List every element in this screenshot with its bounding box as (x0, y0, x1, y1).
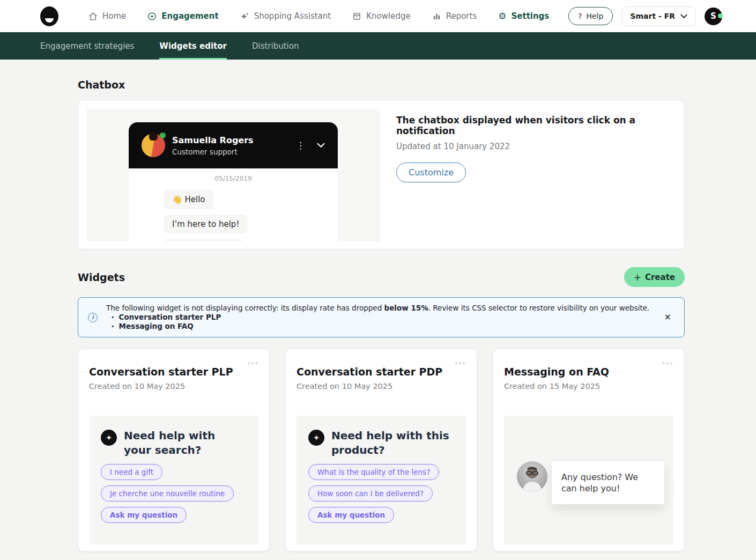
starter-heading-row: ✦ Need help with this product? (308, 429, 454, 458)
customize-button[interactable]: Customize (396, 163, 466, 182)
chat-message-bubble: I’m here to help! (164, 215, 248, 234)
secondary-navbar: Engagement strategies Widgets editor Dis… (0, 32, 756, 60)
kebab-menu-icon[interactable]: ⋮ (296, 141, 305, 150)
chat-widget: Samuella Rogers Customer support ⋮ 05/15… (129, 122, 338, 241)
sparkle-icon (240, 12, 249, 21)
plus-icon: + (634, 272, 641, 283)
project-selector-value: Smart - FR (630, 12, 675, 20)
starter-question: Need help with this product? (331, 429, 452, 458)
alert-list-item: • Messaging on FAQ (106, 322, 653, 331)
quick-reply-button[interactable]: Ask my question (101, 507, 187, 523)
nav-item-reports[interactable]: Reports (432, 11, 477, 21)
collapse-chevron-icon[interactable] (317, 143, 325, 148)
chat-date: 05/15/2019 (129, 175, 338, 182)
home-icon (88, 12, 98, 21)
sparkle-badge-icon: ✦ (101, 430, 117, 446)
quick-reply-button[interactable]: Je cherche une nouvelle routine (101, 485, 234, 502)
quick-reply-button[interactable]: I need a gift (101, 464, 162, 480)
widget-preview: ✦ Need help with your search? I need a g… (89, 416, 258, 544)
widget-card-conversation-starter-plp: Conversation starter PLP Created on 10 M… (78, 349, 270, 551)
nav-item-knowledge[interactable]: Knowledge (352, 11, 410, 21)
tab-distribution[interactable]: Distribution (252, 32, 299, 60)
quick-reply-button[interactable]: Ask my question (308, 507, 394, 523)
nav-item-label: Settings (511, 11, 549, 21)
quick-reply-button[interactable]: How soon can I be delivered? (308, 485, 433, 502)
card-kebab-icon[interactable] (663, 362, 672, 364)
widgets-section-title: Widgets (78, 271, 125, 283)
card-kebab-icon[interactable] (248, 362, 257, 364)
engagement-icon (147, 12, 157, 21)
nav-item-shopping-assistant[interactable]: Shopping Assistant (240, 11, 331, 21)
user-avatar[interactable]: S (705, 8, 722, 25)
agent-photo-avatar (517, 461, 547, 492)
widgets-header: Widgets + Create (78, 267, 685, 287)
knowledge-icon (352, 12, 361, 21)
brand-logo[interactable] (40, 6, 58, 26)
quick-reply-list: What is the quality of the lens? How soo… (308, 464, 454, 523)
top-navbar: Home Engagement Shopping Assistant Knowl… (0, 0, 756, 32)
widget-card-created-date: Created on 15 May 2025 (504, 382, 673, 390)
widget-card-conversation-starter-pdp: Conversation starter PDP Created on 10 M… (285, 349, 477, 551)
agent-name: Samuella Rogers (172, 135, 254, 145)
bullet-icon: • (111, 322, 115, 331)
chat-header-actions: ⋮ (296, 141, 325, 150)
top-nav-right: ? Help Smart - FR S (568, 6, 722, 26)
nav-item-settings[interactable]: ⚙ Settings (498, 11, 549, 21)
gear-icon: ⚙ (498, 12, 506, 21)
chatbox-info: The chatbox displayed when visitors clic… (380, 109, 676, 240)
widget-preview: ✦ Need help with this product? What is t… (297, 416, 466, 544)
tab-engagement-strategies[interactable]: Engagement strategies (40, 32, 134, 60)
nav-item-label: Home (102, 11, 126, 21)
agent-role: Customer support (172, 148, 254, 156)
starter-question: Need help with your search? (124, 429, 244, 458)
create-label: Create (645, 272, 675, 282)
project-selector[interactable]: Smart - FR (621, 6, 696, 26)
tab-label: Engagement strategies (40, 41, 134, 51)
widget-card-title: Conversation starter PDP (297, 366, 466, 378)
chatbox-section-title: Chatbox (78, 79, 685, 91)
starter-heading-row: ✦ Need help with your search? (101, 429, 247, 458)
primary-nav: Home Engagement Shopping Assistant Knowl… (88, 11, 549, 21)
agent-meta: Samuella Rogers Customer support (172, 135, 254, 156)
nav-item-engagement[interactable]: Engagement (147, 11, 218, 21)
sparkle-badge-icon: ✦ (308, 430, 324, 446)
faq-message-bubble: Any question? We can help you! (552, 461, 664, 504)
chatbox-updated-date: Updated at 10 January 2022 (396, 142, 676, 151)
nav-item-label: Shopping Assistant (254, 11, 331, 21)
info-icon: i (88, 313, 98, 322)
widget-card-title: Messaging on FAQ (504, 366, 673, 378)
chatbox-preview: Samuella Rogers Customer support ⋮ 05/15… (87, 109, 380, 241)
widget-card-title: Conversation starter PLP (89, 366, 258, 378)
help-label: Help (586, 12, 603, 20)
nav-item-label: Engagement (161, 11, 218, 21)
chat-message-bubble (164, 239, 244, 241)
tab-widgets-editor[interactable]: Widgets editor (159, 32, 227, 60)
help-button[interactable]: ? Help (568, 7, 613, 25)
close-icon[interactable]: ✕ (661, 311, 675, 323)
nav-item-label: Reports (446, 11, 477, 21)
agent-online-dot (160, 132, 166, 138)
nav-item-label: Knowledge (366, 11, 410, 21)
widget-cards: Conversation starter PLP Created on 10 M… (78, 349, 685, 551)
card-kebab-icon[interactable] (455, 362, 465, 364)
create-widget-button[interactable]: + Create (624, 267, 685, 287)
alert-list-item: • Conversation starter PLP (106, 313, 653, 322)
display-rate-alert: i The following widget is not displaying… (78, 297, 685, 337)
avatar-initial: S (710, 11, 716, 21)
quick-reply-list: I need a gift Je cherche une nouvelle ro… (101, 464, 247, 523)
nav-item-home[interactable]: Home (88, 11, 126, 21)
chat-widget-body: 05/15/2019 👋 Hello I’m here to help! (129, 168, 338, 241)
chatbox-card: Samuella Rogers Customer support ⋮ 05/15… (78, 100, 685, 249)
online-status-dot (718, 13, 723, 18)
question-mark-icon: ? (578, 12, 582, 20)
main-content: Chatbox Samuella Rogers Customer support… (78, 79, 685, 551)
chatbox-description: The chatbox displayed when visitors clic… (396, 115, 676, 136)
widget-card-created-date: Created on 10 May 2025 (297, 382, 466, 390)
alert-text: The following widget is not displaying c… (106, 304, 653, 313)
alert-body: The following widget is not displaying c… (106, 304, 653, 331)
chevron-down-icon (680, 12, 687, 20)
quick-reply-button[interactable]: What is the quality of the lens? (308, 464, 439, 480)
chat-message-bubble: 👋 Hello (164, 190, 214, 209)
chat-widget-header: Samuella Rogers Customer support ⋮ (129, 122, 338, 168)
bar-chart-icon (432, 12, 441, 21)
